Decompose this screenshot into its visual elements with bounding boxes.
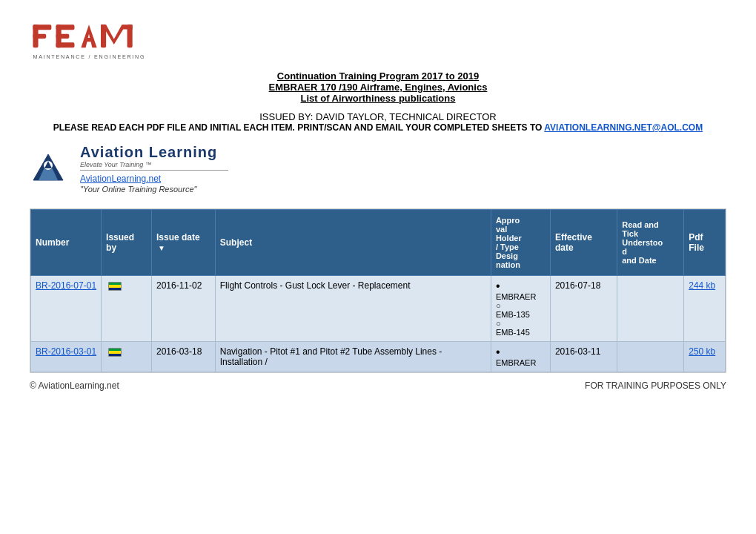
col-number: Number [31, 210, 102, 276]
notice-text: PLEASE READ EACH PDF FILE AND INITIAL EA… [30, 122, 726, 133]
svg-rect-4 [56, 24, 75, 30]
row1-subject: Flight Controls - Gust Lock Lever - Repl… [215, 276, 491, 342]
brazil-flag-icon [108, 282, 122, 291]
row2-pdf-file[interactable]: 250 kb [684, 342, 726, 372]
aviation-learning-section: Aviation Learning Elevate Your Training … [30, 144, 726, 194]
aviation-url[interactable]: AviationLearning.net [80, 174, 228, 184]
svg-marker-7 [81, 24, 96, 47]
training-notice: FOR TRAINING PURPOSES ONLY [585, 380, 726, 391]
row2-number[interactable]: BR-2016-03-01 [31, 342, 102, 372]
brazil-flag-icon [108, 348, 122, 357]
row2-issued-by [102, 342, 152, 372]
row2-subject: Navigation - Pitot #1 and Pitot #2 Tube … [215, 342, 491, 372]
col-issued-by: Issued by [102, 210, 152, 276]
aviation-tagline: Elevate Your Training ™ [80, 161, 228, 168]
aviation-learning-icon [30, 152, 67, 185]
table-header-row: Number Issued by Issue date ▼ Subject Ap… [31, 210, 726, 276]
table-row: BR-2016-03-01 2016-03-18 Navigation - Pi… [31, 342, 726, 372]
row1-read-tick [617, 276, 684, 342]
row1-effective-date: 2016-07-18 [550, 276, 617, 342]
svg-text:MAINTENANCE / ENGINEERING: MAINTENANCE / ENGINEERING [33, 54, 145, 60]
row1-number[interactable]: BR-2016-07-01 [31, 276, 102, 342]
table-row: BR-2016-07-01 2016-11-02 Flight Controls… [31, 276, 726, 342]
email-link[interactable]: aviationlearning.net@aol.com [544, 122, 703, 133]
row1-pdf-file[interactable]: 244 kb [684, 276, 726, 342]
svg-rect-5 [56, 34, 70, 39]
col-subject: Subject [215, 210, 491, 276]
svg-rect-1 [33, 24, 51, 30]
footer: © AviationLearning.net FOR TRAINING PURP… [30, 380, 726, 391]
aviation-brand: Aviation Learning [80, 144, 228, 161]
col-approval: ApprovalHolder/ TypeDesignation [491, 210, 550, 276]
issued-by-label: ISSUED BY: DAVID TAYLOR, TECHNICAL DIREC… [30, 111, 726, 122]
col-effective-date: Effective date [550, 210, 617, 276]
aviation-quote: "Your Online Training Resource" [80, 185, 228, 194]
page-title: Continuation Training Program 2017 to 20… [30, 70, 726, 104]
aviation-text-info: Aviation Learning Elevate Your Training … [80, 144, 228, 194]
svg-rect-2 [33, 34, 46, 39]
row2-effective-date: 2016-03-11 [550, 342, 617, 372]
eeam-logo: MAINTENANCE / ENGINEERING [30, 19, 148, 63]
row2-approval: • EMBRAER [491, 342, 550, 372]
svg-rect-6 [56, 42, 75, 47]
copyright-text: © AviationLearning.net [30, 380, 119, 391]
col-issue-date[interactable]: Issue date ▼ [151, 210, 215, 276]
row1-approval: • EMBRAER ○ EMB-135 ○ EMB-145 [491, 276, 550, 342]
row2-read-tick [617, 342, 684, 372]
sort-arrow-icon: ▼ [158, 244, 165, 252]
svg-rect-8 [84, 38, 93, 42]
col-pdf-file: Pdf File [684, 210, 726, 276]
row2-issue-date: 2016-03-18 [151, 342, 215, 372]
airworthiness-table: Number Issued by Issue date ▼ Subject Ap… [30, 208, 726, 373]
col-read-tick: Read andTickUnderstoodand Date [617, 210, 684, 276]
aviation-logo-group: Aviation Learning Elevate Your Training … [30, 144, 228, 194]
row1-issue-date: 2016-11-02 [151, 276, 215, 342]
issued-by-section: ISSUED BY: DAVID TAYLOR, TECHNICAL DIREC… [30, 111, 726, 133]
row1-issued-by [102, 276, 152, 342]
